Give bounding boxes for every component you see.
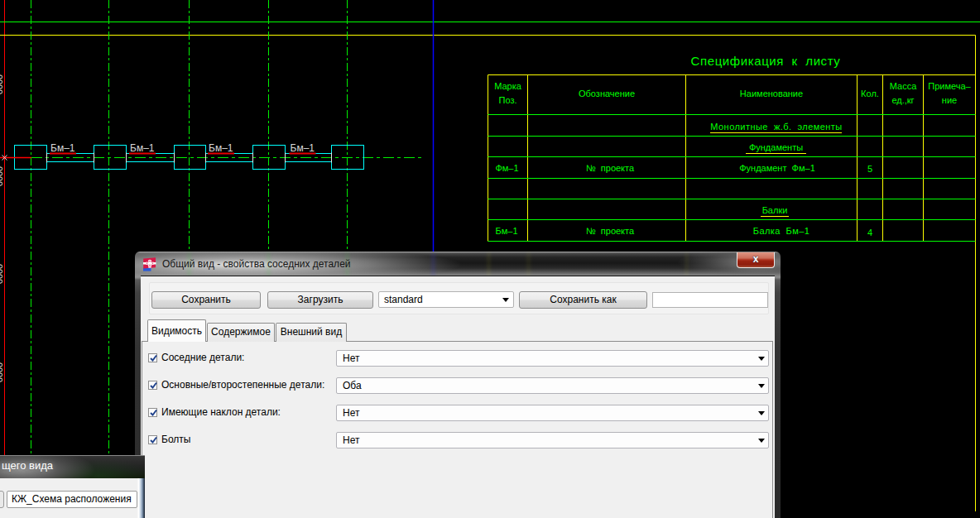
svg-text:6000: 6000 bbox=[0, 362, 4, 382]
svg-text:Балка Бм–1: Балка Бм–1 bbox=[753, 226, 809, 236]
svg-text:6000: 6000 bbox=[0, 264, 4, 284]
svg-text:ед.,кг: ед.,кг bbox=[891, 95, 914, 105]
svg-text:№ проекта: № проекта bbox=[586, 163, 635, 173]
svg-text:Обозначение: Обозначение bbox=[579, 89, 635, 98]
svg-text:Марка: Марка bbox=[494, 81, 522, 91]
svg-text:№ проекта: № проекта bbox=[586, 226, 635, 236]
svg-text:Поз.: Поз. bbox=[499, 95, 517, 105]
svg-text:5: 5 bbox=[867, 164, 872, 174]
svg-text:Фундамент Фм–1: Фундамент Фм–1 bbox=[739, 163, 815, 173]
svg-text:6000: 6000 bbox=[0, 166, 4, 186]
svg-text:Масса: Масса bbox=[890, 81, 917, 91]
svg-text:Спецификация к листу: Спецификация к листу bbox=[691, 54, 841, 68]
svg-text:Фундаменты: Фундаменты bbox=[749, 142, 803, 152]
svg-text:ние: ние bbox=[942, 95, 957, 105]
svg-text:Балки: Балки bbox=[762, 205, 788, 215]
svg-text:Бм–1: Бм–1 bbox=[495, 226, 517, 236]
svg-text:Кол.: Кол. bbox=[861, 89, 879, 98]
svg-text:Бм–1: Бм–1 bbox=[291, 142, 315, 154]
svg-text:4: 4 bbox=[867, 228, 872, 237]
svg-text:Бм–1: Бм–1 bbox=[50, 142, 75, 154]
svg-text:6000: 6000 bbox=[0, 74, 4, 94]
svg-text:Примеча–: Примеча– bbox=[928, 81, 971, 91]
svg-text:Фм–1: Фм–1 bbox=[495, 163, 518, 173]
svg-text:Монолитные ж.б. элементы: Монолитные ж.б. элементы bbox=[710, 122, 842, 132]
svg-text:Бм–1: Бм–1 bbox=[209, 142, 233, 154]
svg-text:Бм–1: Бм–1 bbox=[130, 142, 155, 154]
svg-text:Наименование: Наименование bbox=[740, 89, 803, 98]
